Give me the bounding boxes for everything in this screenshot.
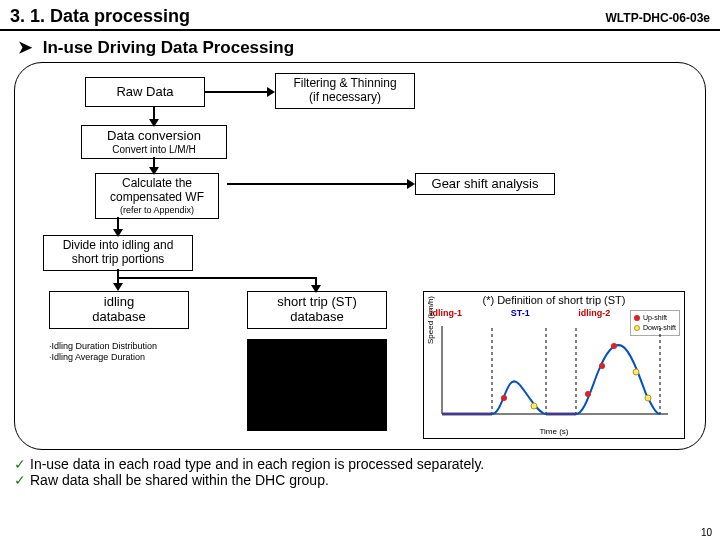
idling-note-2: ·Idling Average Duration <box>49 352 157 363</box>
idling-db-line1: idling <box>54 295 184 310</box>
page-title: 3. 1. Data processing <box>10 6 190 27</box>
svg-point-8 <box>501 395 507 401</box>
bullet-2: ✓Raw data shall be shared within the DHC… <box>14 472 706 488</box>
idling-note-1: ·Idling Duration Distribution <box>49 341 157 352</box>
conversion-subtitle: Convert into L/M/H <box>86 144 222 156</box>
arrow-head-icon <box>113 229 123 237</box>
conversion-title: Data conversion <box>86 129 222 144</box>
box-data-conversion: Data conversion Convert into L/M/H <box>81 125 227 159</box>
chart-ylabel: Speed (km/h) <box>426 296 435 344</box>
short-trip-definition: (*) Definition of short trip (ST) idling… <box>423 291 685 439</box>
idling-db-line2: database <box>54 310 184 325</box>
bullet-list: ✓In-use data in each road type and in ea… <box>0 450 720 488</box>
speed-chart <box>438 322 672 422</box>
st-image-placeholder <box>247 339 387 431</box>
arrow-conv-to-gear <box>227 183 409 185</box>
arrow-icon: ➤ <box>18 38 32 57</box>
idling-notes: ·Idling Duration Distribution ·Idling Av… <box>49 341 157 364</box>
svg-point-13 <box>633 369 639 375</box>
check-icon: ✓ <box>14 472 26 488</box>
box-filtering: Filtering & Thinning (if necessary) <box>275 73 415 109</box>
doc-code: WLTP-DHC-06-03e <box>606 11 710 25</box>
arrow-head-icon <box>113 283 123 291</box>
arrow-head-icon <box>149 167 159 175</box>
arrow-head-icon <box>267 87 275 97</box>
section-heading-text: In-use Driving Data Processing <box>43 38 294 57</box>
filtering-line2: (if necessary) <box>280 91 410 105</box>
svg-point-10 <box>599 363 605 369</box>
arrow-divide-to-st-h <box>119 277 315 279</box>
arrow-head-icon <box>311 285 321 293</box>
chart-xlabel: Time (s) <box>424 427 684 436</box>
box-idling-db: idling database <box>49 291 189 329</box>
header: 3. 1. Data processing WLTP-DHC-06-03e <box>0 0 720 31</box>
svg-point-12 <box>531 403 537 409</box>
calc-subtitle: (refer to Appendix) <box>100 205 214 215</box>
page-number: 10 <box>701 527 712 538</box>
arrow-head-icon <box>149 119 159 127</box>
svg-point-9 <box>585 391 591 397</box>
arrow-raw-to-filter <box>205 91 269 93</box>
bullet-2-text: Raw data shall be shared within the DHC … <box>30 472 329 488</box>
def-title: (*) Definition of short trip (ST) <box>428 294 680 306</box>
check-icon: ✓ <box>14 456 26 472</box>
svg-point-11 <box>611 343 617 349</box>
st-db-line1: short trip (ST) <box>252 295 382 310</box>
arrow-head-icon <box>407 179 415 189</box>
st-db-line2: database <box>252 310 382 325</box>
bullet-1: ✓In-use data in each road type and in ea… <box>14 456 706 472</box>
divide-line1: Divide into idling and <box>48 239 188 253</box>
box-st-db: short trip (ST) database <box>247 291 387 329</box>
box-gear-shift: Gear shift analysis <box>415 173 555 195</box>
bullet-1-text: In-use data in each road type and in eac… <box>30 456 484 472</box>
divide-line2: short trip portions <box>48 253 188 267</box>
flow-frame: Raw Data Filtering & Thinning (if necess… <box>14 62 706 450</box>
def-label-idling-2: idling-2 <box>578 308 610 318</box>
section-heading: ➤ In-use Driving Data Processing <box>0 31 720 62</box>
calc-line2: compensated WF <box>100 191 214 205</box>
box-calc-wf: Calculate the compensated WF (refer to A… <box>95 173 219 219</box>
svg-point-14 <box>645 395 651 401</box>
filtering-line1: Filtering & Thinning <box>280 77 410 91</box>
def-label-st-1: ST-1 <box>511 308 530 318</box>
box-divide: Divide into idling and short trip portio… <box>43 235 193 271</box>
upshift-dot-icon <box>634 315 640 321</box>
box-raw-data: Raw Data <box>85 77 205 107</box>
calc-line1: Calculate the <box>100 177 214 191</box>
